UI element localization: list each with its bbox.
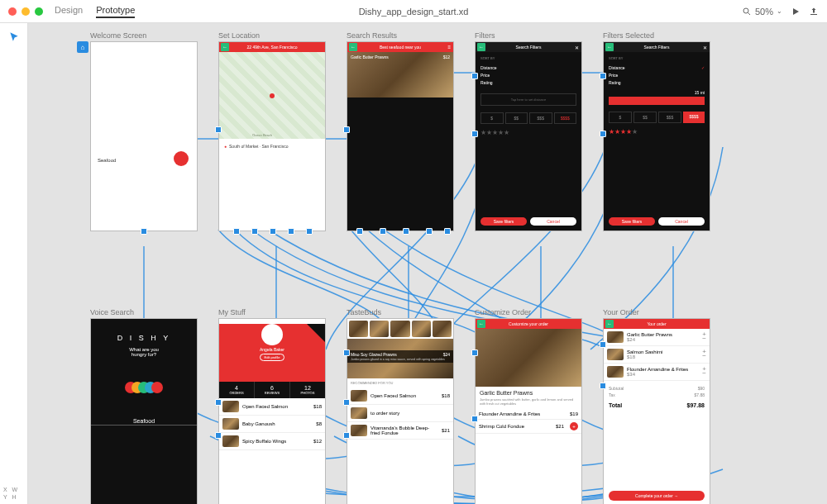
star-icon[interactable]: ★ <box>609 128 614 136</box>
svg-line-1 <box>748 12 750 15</box>
price-2[interactable]: $$ <box>505 112 528 124</box>
artboard-label: Filters Selected <box>603 31 710 40</box>
profile-header: Angela Baker Edit profile <box>219 324 325 382</box>
back-icon[interactable]: ← <box>221 43 229 51</box>
artboard-welcome[interactable]: Welcome Screen ⌂ Seafood <box>90 31 198 231</box>
list-item[interactable]: Baby Ganoush$8 <box>219 416 325 433</box>
window-controls[interactable] <box>8 7 43 16</box>
map-area-label: Ocean Beach <box>252 133 272 137</box>
back-icon[interactable]: ← <box>477 320 485 328</box>
prompt-line-2: hungry for? <box>91 352 197 357</box>
search-icon <box>742 7 752 17</box>
connector-handle[interactable] <box>141 228 147 235</box>
tab-design[interactable]: Design <box>55 5 83 18</box>
sort-price[interactable]: Price <box>609 72 705 79</box>
tab-prototype[interactable]: Prototype <box>96 5 135 18</box>
filters-header: ←Search Filters✕ <box>476 42 581 52</box>
zoom-control[interactable]: 50% ⌄ <box>742 7 782 17</box>
artboard-label: Set Location <box>218 31 326 40</box>
search-field[interactable]: Seafood <box>98 158 116 163</box>
addon-item[interactable]: Flounder Amandine & Frites$19 <box>476 409 581 420</box>
add-icon[interactable]: + <box>570 422 578 430</box>
svg-point-0 <box>743 8 748 13</box>
back-icon[interactable]: ← <box>605 43 614 51</box>
sort-rating[interactable]: Rating <box>609 79 705 87</box>
artboard-my-stuff[interactable]: My Stuff Angela Baker Edit profile 4ORDE… <box>218 308 326 504</box>
corner-decoration <box>307 324 325 342</box>
price-3[interactable]: $$$ <box>529 112 552 124</box>
order-header: ←Your order <box>604 319 710 329</box>
voice-result: Seafood <box>91 418 197 424</box>
sort-distance[interactable]: Distance <box>480 64 576 72</box>
distance-slider[interactable] <box>609 97 705 105</box>
home-icon[interactable]: ⌂ <box>77 41 88 53</box>
thumb-strip[interactable] <box>347 319 453 339</box>
price-1[interactable]: $ <box>609 112 632 123</box>
record-button[interactable] <box>174 151 189 166</box>
list-item[interactable]: Open Faced Salmon$18 <box>347 388 453 405</box>
distance-input[interactable]: Tap here to set distance <box>480 93 576 106</box>
close-icon[interactable]: ✕ <box>703 45 707 50</box>
artboard-label: Filters <box>475 31 582 40</box>
artboard-filters-selected[interactable]: Filters Selected ←Search Filters✕ SORT B… <box>603 31 710 231</box>
save-filters-button[interactable]: Save filters <box>609 217 655 226</box>
filter-icon[interactable]: ≡ <box>447 45 451 50</box>
artboard-tastebuds[interactable]: TasteBuds Miso Soy Glazed Prawns$24 Jumb… <box>347 308 454 504</box>
artboard-label: Welcome Screen <box>90 31 198 40</box>
artboard-voice-search[interactable]: Voice Search D I S H Y What are you hung… <box>90 308 198 504</box>
list-item[interactable]: Open Faced Salmon$18 <box>219 398 325 416</box>
share-icon[interactable] <box>809 7 819 17</box>
addon-item[interactable]: Shrimp Cold Fondue$21+ <box>476 420 581 434</box>
edit-profile-button[interactable]: Edit profile <box>260 354 285 361</box>
location-result[interactable]: ●South of Market · San Francisco <box>219 139 325 154</box>
price-2[interactable]: $$ <box>633 112 657 123</box>
pointer-icon[interactable] <box>8 31 20 43</box>
star-icon[interactable]: ★ <box>480 129 486 136</box>
sort-price[interactable]: Price <box>480 72 576 79</box>
price-3[interactable]: $$$ <box>658 112 681 123</box>
avatar[interactable] <box>261 324 283 345</box>
price-1[interactable]: $ <box>480 112 504 124</box>
close-icon[interactable]: ✕ <box>575 45 579 50</box>
list-item[interactable]: to order story <box>347 405 453 422</box>
artboard-label: My Stuff <box>218 308 326 316</box>
user-name: Angela Baker <box>219 347 325 352</box>
cancel-button[interactable]: Cancel <box>530 217 576 226</box>
mode-tabs: Design Prototype <box>55 5 135 18</box>
map-pin-icon <box>270 93 275 98</box>
sort-distance[interactable]: Distance ✓ <box>609 64 705 72</box>
save-filters-button[interactable]: Save filters <box>480 217 527 226</box>
coordinates-readout: X W Y H <box>3 487 17 501</box>
order-item[interactable]: Salmon Sashimi$18+− <box>604 346 710 364</box>
artboard-your-order[interactable]: Your Order ←Your order Garlic Butter Pra… <box>603 308 710 504</box>
customize-header: ←Customize your order <box>476 319 581 329</box>
prototype-canvas[interactable]: Welcome Screen ⌂ Seafood Set Location ←2… <box>28 23 827 504</box>
feature-card[interactable]: Miso Soy Glazed Prawns$24 Jumbo prawns g… <box>347 339 453 378</box>
order-item[interactable]: Garlic Butter Prawns$24+− <box>604 329 710 346</box>
artboard-search-results[interactable]: Search Results ←Best seafood near you≡ G… <box>347 31 454 231</box>
dish-hero[interactable]: Garlic Butter Prawns $12 <box>347 52 453 97</box>
brand-logo: D I S H Y <box>91 334 197 342</box>
back-icon[interactable]: ← <box>477 43 485 51</box>
artboard-set-location[interactable]: Set Location ←22 49th Ave, San Francisco… <box>218 31 326 231</box>
back-icon[interactable]: ← <box>349 43 357 51</box>
artboard-customize-order[interactable]: Customize Order ←Customize your order Ga… <box>475 308 582 504</box>
list-item[interactable]: Spicy Buffalo Wings$12 <box>219 433 325 450</box>
list-item[interactable]: Vitamanda's Bubble Deep-fried Fondue$21 <box>347 422 453 440</box>
price-4[interactable]: $$$$ <box>554 112 577 124</box>
sort-rating[interactable]: Rating <box>480 79 576 87</box>
map-view[interactable]: Ocean Beach <box>219 52 325 139</box>
pin-icon: ● <box>224 144 227 149</box>
left-toolbar <box>0 23 28 504</box>
complete-order-button[interactable]: Complete your order → <box>609 491 705 501</box>
cancel-button[interactable]: Cancel <box>658 217 705 226</box>
artboard-filters[interactable]: Filters ←Search Filters✕ SORT BY Distanc… <box>475 31 582 231</box>
check-icon: ✓ <box>701 64 705 72</box>
play-icon[interactable] <box>791 7 801 17</box>
back-icon[interactable]: ← <box>605 320 614 328</box>
connector-handle[interactable] <box>215 126 222 133</box>
location-header: ←22 49th Ave, San Francisco <box>219 42 325 52</box>
order-item[interactable]: Flounder Amandine & Frites$34+− <box>604 364 710 381</box>
artboard-label: Search Results <box>347 31 454 40</box>
price-4[interactable]: $$$$ <box>683 112 705 123</box>
